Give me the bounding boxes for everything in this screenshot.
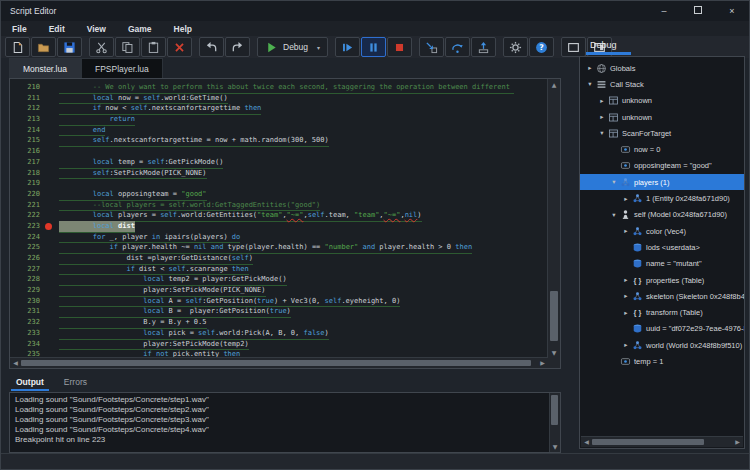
scroll-right-arrow-icon[interactable]: ▶: [733, 437, 742, 446]
collapse-arrow-icon[interactable]: ▾: [585, 80, 595, 88]
line-number-gutter[interactable]: 215: [12, 135, 40, 146]
line-number-gutter[interactable]: 210: [12, 82, 40, 93]
code-line[interactable]: 230 local A = self:GetPosition(true) + V…: [10, 296, 548, 307]
new-file-button[interactable]: [5, 37, 30, 57]
step-out-button[interactable]: [471, 37, 496, 57]
code-line[interactable]: 212 if now < self.nextscanfortargettime …: [10, 103, 548, 114]
code-line[interactable]: 229 player:SetPickMode(PICK_NONE): [10, 285, 548, 296]
collapse-arrow-icon[interactable]: ▾: [609, 178, 619, 186]
menu-game[interactable]: Game: [117, 24, 163, 34]
tree-row-var-opposingteam[interactable]: opposingteam = "good": [580, 158, 744, 174]
menu-help[interactable]: Help: [163, 24, 203, 34]
expand-arrow-icon[interactable]: ▸: [621, 341, 631, 349]
line-number-gutter[interactable]: 222: [12, 210, 40, 221]
tree-row-var-skeleton[interactable]: ▸skeleton (Skeleton 0x248f8b4f630): [580, 288, 744, 304]
code-line[interactable]: 222 local players = self.world:GetEntiti…: [10, 210, 548, 221]
line-number-gutter[interactable]: 225: [12, 242, 40, 253]
collapse-arrow-icon[interactable]: ▾: [597, 129, 607, 137]
scroll-up-arrow-icon[interactable]: ▲: [548, 80, 560, 89]
expand-arrow-icon[interactable]: ▸: [621, 309, 631, 317]
debug-mode-dropdown[interactable]: Debug▾: [257, 37, 328, 57]
tree-row-var-self[interactable]: ▾self (Model 0x248fa671d90): [580, 207, 744, 223]
tree-row-var-players-1[interactable]: ▸1 (Entity 0x248fa671d90): [580, 190, 744, 206]
line-number-gutter[interactable]: 221: [12, 200, 40, 211]
settings-button[interactable]: [503, 37, 528, 57]
tab-debug-panel[interactable]: Debug: [590, 40, 617, 50]
tree-horizontal-scrollbar[interactable]: ◀ ▶: [581, 436, 743, 447]
code-area[interactable]: 210 -- We only want to perform this abou…: [10, 79, 548, 358]
line-number-gutter[interactable]: 229: [12, 285, 40, 296]
line-number-gutter[interactable]: 231: [12, 306, 40, 317]
tree-row-var-color[interactable]: ▸color (Vec4): [580, 223, 744, 239]
code-line[interactable]: 223 local dist: [10, 221, 548, 232]
code-line[interactable]: 232 B.y = B.y + 0.5: [10, 317, 548, 328]
line-number-gutter[interactable]: 217: [12, 157, 40, 168]
scroll-right-arrow-icon[interactable]: ▶: [538, 358, 547, 367]
line-number-gutter[interactable]: 227: [12, 264, 40, 275]
code-line[interactable]: 213 return: [10, 114, 548, 125]
code-line[interactable]: 227 if dist < self.scanrange then: [10, 264, 548, 275]
tree-row-var-world[interactable]: ▸world (World 0x248f8b9f510): [580, 337, 744, 353]
output-vscroll-thumb[interactable]: [551, 395, 558, 425]
scroll-left-arrow-icon[interactable]: ◀: [582, 437, 591, 446]
scroll-left-arrow-icon[interactable]: ◀: [11, 358, 20, 367]
code-line[interactable]: 224 for _, player in ipairs(players) do: [10, 232, 548, 243]
code-line[interactable]: 216: [10, 146, 548, 157]
code-line[interactable]: 228 local temp2 = player:GetPickMode(): [10, 274, 548, 285]
expand-arrow-icon[interactable]: ▸: [585, 64, 595, 72]
editor-horizontal-scrollbar[interactable]: ◀ ▶: [10, 357, 548, 368]
tree-row-frame-unknown-1[interactable]: ▸unknown: [580, 93, 744, 109]
line-number-gutter[interactable]: 216: [12, 146, 40, 157]
tree-row-frame-scanfortarget[interactable]: ▾ScanForTarget: [580, 125, 744, 141]
code-line[interactable]: 226 dist =player:GetDistance(self): [10, 253, 548, 264]
code-line[interactable]: 210 -- We only want to perform this abou…: [10, 82, 548, 93]
breakpoint-indicator[interactable]: [45, 223, 52, 230]
open-file-button[interactable]: [31, 37, 56, 57]
line-number-gutter[interactable]: 228: [12, 274, 40, 285]
code-line[interactable]: 231 local B = player:GetPosition(true): [10, 306, 548, 317]
tree-row-var-lods[interactable]: lods <userdata>: [580, 239, 744, 255]
code-line[interactable]: 225 if player.health ~= nil and type(pla…: [10, 242, 548, 253]
code-line[interactable]: 218 self:SetPickMode(PICK_NONE): [10, 168, 548, 179]
code-line[interactable]: 234 player:SetPickMode(temp2): [10, 339, 548, 350]
code-line[interactable]: 217 local temp = self:GetPickMode(): [10, 157, 548, 168]
code-line[interactable]: 211 local now = self.world:GetTime(): [10, 93, 548, 104]
menu-edit[interactable]: Edit: [38, 24, 76, 34]
maximize-button[interactable]: [681, 1, 715, 21]
tab-errors[interactable]: Errors: [59, 375, 92, 391]
editor-vscroll-thumb[interactable]: [550, 291, 558, 341]
expand-arrow-icon[interactable]: ▸: [621, 227, 631, 235]
code-line[interactable]: 215 self.nextscanfortargettime = now + m…: [10, 135, 548, 146]
menu-file[interactable]: File: [1, 24, 38, 34]
stop-button[interactable]: [387, 37, 412, 57]
step-over-button[interactable]: [445, 37, 470, 57]
tree-row-var-players[interactable]: ▾players (1): [580, 174, 744, 190]
tree-row-frame-unknown-2[interactable]: ▸unknown: [580, 109, 744, 125]
line-number-gutter[interactable]: 232: [12, 317, 40, 328]
tree-row-call-stack[interactable]: ▾Call Stack: [580, 76, 744, 92]
line-number-gutter[interactable]: 233: [12, 328, 40, 339]
continue-button[interactable]: [335, 37, 360, 57]
line-number-gutter[interactable]: 219: [12, 178, 40, 189]
close-button[interactable]: ×: [715, 1, 749, 21]
tree-row-var-now[interactable]: now = 0: [580, 141, 744, 157]
expand-arrow-icon[interactable]: ▸: [597, 113, 607, 121]
output-vertical-scrollbar[interactable]: ▼: [549, 393, 560, 452]
tree-row-globals[interactable]: ▸Globals: [580, 60, 744, 76]
tree-hscroll-thumb[interactable]: [592, 439, 704, 446]
line-number-gutter[interactable]: 218: [12, 168, 40, 179]
undo-button[interactable]: [199, 37, 224, 57]
scroll-down-arrow-icon[interactable]: ▼: [550, 442, 560, 451]
line-number-gutter[interactable]: 234: [12, 339, 40, 350]
tree-row-var-name[interactable]: name = "mutant": [580, 256, 744, 272]
expand-arrow-icon[interactable]: ▸: [597, 97, 607, 105]
help-button[interactable]: ?: [529, 37, 554, 57]
line-number-gutter[interactable]: 230: [12, 296, 40, 307]
line-number-gutter[interactable]: 223: [12, 221, 40, 232]
cut-button[interactable]: [89, 37, 114, 57]
line-number-gutter[interactable]: 211: [12, 93, 40, 104]
pause-button[interactable]: [361, 37, 386, 57]
code-line[interactable]: 219: [10, 178, 548, 189]
collapse-arrow-icon[interactable]: ▾: [609, 211, 619, 219]
editor-vertical-scrollbar[interactable]: ▲ ▼: [547, 79, 560, 358]
